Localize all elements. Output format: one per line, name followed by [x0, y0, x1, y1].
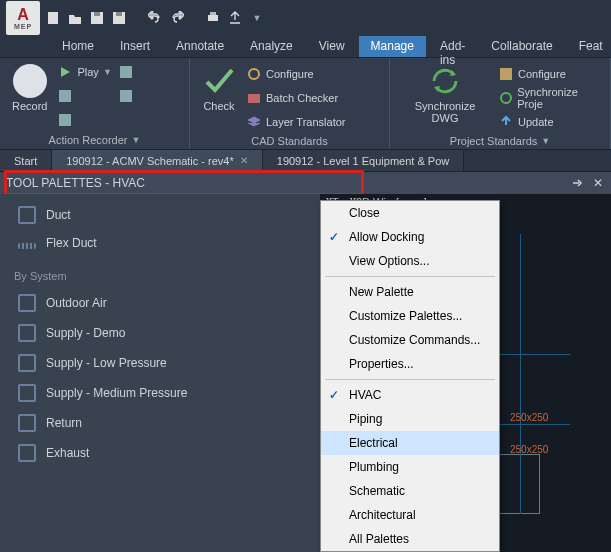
- check-button[interactable]: Check: [198, 62, 240, 114]
- ribbon-body: Record Play ▼ Action Recorder ▼: [0, 58, 611, 150]
- duct-icon: [18, 294, 36, 312]
- context-menu-separator: [325, 379, 495, 380]
- sync-dwg-button[interactable]: Synchronize DWG: [398, 62, 492, 126]
- app-logo-letter: A: [17, 7, 29, 23]
- layer-translator-button[interactable]: Layer Translator: [246, 112, 345, 132]
- palette-group-header: By System: [0, 256, 320, 288]
- svg-rect-10: [120, 90, 132, 102]
- save-icon[interactable]: [88, 9, 106, 27]
- palette-item-duct[interactable]: Duct: [0, 200, 320, 230]
- context-menu-item-hvac[interactable]: HVAC: [321, 383, 499, 407]
- play-icon: [57, 64, 73, 80]
- batch-icon: [246, 90, 262, 106]
- context-menu-item-view-options[interactable]: View Options...: [321, 249, 499, 273]
- ribbon-tab-view[interactable]: View: [307, 36, 357, 57]
- sync-icon: [428, 64, 462, 98]
- context-menu-item-properties[interactable]: Properties...: [321, 352, 499, 376]
- new-icon[interactable]: [44, 9, 62, 27]
- ribbon-tab-insert[interactable]: Insert: [108, 36, 162, 57]
- palette-item-supply-low[interactable]: Supply - Low Pressure: [0, 348, 320, 378]
- context-menu-item-all-palettes[interactable]: All Palettes: [321, 527, 499, 551]
- undo-icon[interactable]: [146, 9, 164, 27]
- drawing-tab-level1[interactable]: 190912 - Level 1 Equipment & Pow: [263, 150, 464, 171]
- drawing-tab-start[interactable]: Start: [0, 150, 52, 171]
- close-icon[interactable]: ✕: [240, 155, 248, 166]
- context-menu-item-customize-commands[interactable]: Customize Commands...: [321, 328, 499, 352]
- app-logo: A MEP: [6, 1, 40, 35]
- context-menu-item-customize-palettes[interactable]: Customize Palettes...: [321, 304, 499, 328]
- batch-checker-button[interactable]: Batch Checker: [246, 88, 345, 108]
- svg-rect-13: [500, 68, 512, 80]
- ribbon-tab-annotate[interactable]: Annotate: [164, 36, 236, 57]
- tool-palettes-panel: Duct Flex Duct By System Outdoor Air Sup…: [0, 194, 320, 552]
- ribbon-tab-featured[interactable]: Feat: [567, 36, 611, 57]
- ribbon-tab-collaborate[interactable]: Collaborate: [479, 36, 564, 57]
- open-icon[interactable]: [66, 9, 84, 27]
- context-menu-item-architectural[interactable]: Architectural: [321, 503, 499, 527]
- svg-rect-7: [59, 90, 71, 102]
- recorder-opt3[interactable]: [118, 62, 134, 82]
- cad-text-dimension: 250x250: [510, 444, 548, 455]
- layers-icon: [246, 114, 262, 130]
- context-menu-item-schematic[interactable]: Schematic: [321, 479, 499, 503]
- update-button[interactable]: Update: [498, 112, 602, 132]
- play-button[interactable]: Play ▼: [57, 62, 111, 82]
- panel-action-recorder: Record Play ▼ Action Recorder ▼: [0, 58, 190, 149]
- ribbon-tab-addins[interactable]: Add-ins: [428, 36, 477, 57]
- main-area: Duct Flex Duct By System Outdoor Air Sup…: [0, 194, 611, 552]
- palette-item-supply-medium[interactable]: Supply - Medium Pressure: [0, 378, 320, 408]
- palette-item-flex-duct[interactable]: Flex Duct: [0, 230, 320, 256]
- ribbon-tab-home[interactable]: Home: [50, 36, 106, 57]
- context-menu-item-plumbing[interactable]: Plumbing: [321, 455, 499, 479]
- ribbon-tab-analyze[interactable]: Analyze: [238, 36, 305, 57]
- cad-text-dimension: 250x250: [510, 412, 548, 423]
- gear-icon: [246, 66, 262, 82]
- panel-cad-standards: Check Configure Batch Checker Layer Tran…: [190, 58, 390, 149]
- ribbon-tab-manage[interactable]: Manage: [359, 36, 426, 57]
- sync-small-icon: [498, 90, 513, 106]
- palette-item-return[interactable]: Return: [0, 408, 320, 438]
- print-icon[interactable]: [204, 9, 222, 27]
- recorder-opt1[interactable]: [57, 86, 111, 106]
- context-menu-item-new-palette[interactable]: New Palette: [321, 280, 499, 304]
- saveas-icon[interactable]: [110, 9, 128, 27]
- close-icon[interactable]: ✕: [591, 176, 605, 190]
- svg-point-14: [501, 93, 511, 103]
- context-menu-item-allow-docking[interactable]: Allow Docking: [321, 225, 499, 249]
- export-icon[interactable]: [226, 9, 244, 27]
- drawing-tab-acmv[interactable]: 190912 - ACMV Schematic - rev4* ✕: [52, 150, 263, 171]
- tool-palettes-title: TOOL PALETTES - HVAC: [6, 176, 145, 190]
- panel-label-action-recorder[interactable]: Action Recorder ▼: [8, 131, 181, 149]
- svg-rect-4: [116, 12, 122, 16]
- sync-project-button[interactable]: Synchronize Proje: [498, 88, 602, 108]
- chevron-down-icon: ▼: [103, 67, 112, 77]
- duct-icon: [18, 384, 36, 402]
- palette-item-supply-demo[interactable]: Supply - Demo: [0, 318, 320, 348]
- palette-item-outdoor-air[interactable]: Outdoor Air: [0, 288, 320, 318]
- context-menu-item-piping[interactable]: Piping: [321, 407, 499, 431]
- palette-item-exhaust[interactable]: Exhaust: [0, 438, 320, 468]
- tool-palettes-titlebar[interactable]: TOOL PALETTES - HVAC ✕: [0, 172, 611, 194]
- drawing-tabs: Start 190912 - ACMV Schematic - rev4* ✕ …: [0, 150, 611, 172]
- check-label: Check: [203, 100, 234, 112]
- title-bar: A MEP ▼: [0, 0, 611, 36]
- svg-rect-9: [120, 66, 132, 78]
- context-menu-item-electrical[interactable]: Electrical: [321, 431, 499, 455]
- pin-icon[interactable]: [571, 177, 585, 189]
- record-button[interactable]: Record: [8, 62, 51, 114]
- configure-project-button[interactable]: Configure: [498, 64, 602, 84]
- svg-rect-2: [94, 12, 100, 16]
- redo-icon[interactable]: [168, 9, 186, 27]
- app-logo-sub: MEP: [14, 23, 32, 30]
- qat-dropdown-icon[interactable]: ▼: [248, 9, 266, 27]
- recorder-opt2[interactable]: [57, 110, 111, 130]
- context-menu-item-close[interactable]: Close: [321, 201, 499, 225]
- palette-context-menu: CloseAllow DockingView Options...New Pal…: [320, 200, 500, 552]
- panel-project-standards: Synchronize DWG Configure Synchronize Pr…: [390, 58, 611, 149]
- configure-standards-button[interactable]: Configure: [246, 64, 345, 84]
- square-icon: [57, 88, 73, 104]
- chevron-down-icon: ▼: [541, 136, 550, 146]
- recorder-opt4[interactable]: [118, 86, 134, 106]
- panel-label-project-standards[interactable]: Project Standards ▼: [398, 132, 602, 149]
- ribbon-tabs: Home Insert Annotate Analyze View Manage…: [0, 36, 611, 58]
